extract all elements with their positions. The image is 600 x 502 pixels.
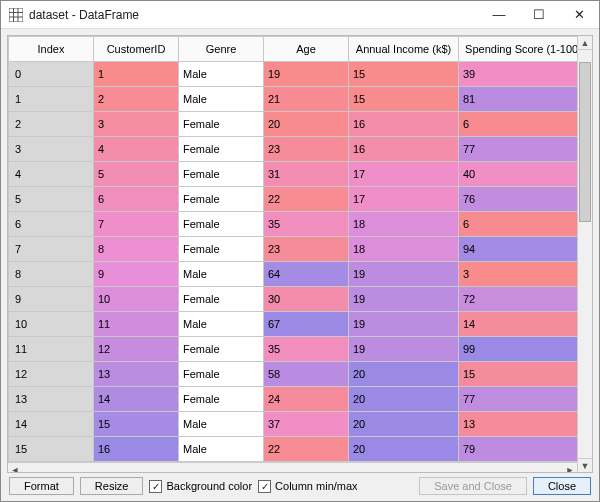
data-cell[interactable]: Male	[179, 62, 264, 87]
close-button[interactable]: Close	[533, 477, 591, 495]
chevron-left-icon[interactable]: ◄	[8, 463, 22, 472]
data-cell[interactable]: 76	[459, 187, 578, 212]
data-cell[interactable]: 15	[349, 87, 459, 112]
data-cell[interactable]: 20	[264, 112, 349, 137]
maximize-button[interactable]: ☐	[519, 1, 559, 29]
data-cell[interactable]: 77	[459, 387, 578, 412]
close-window-button[interactable]: ✕	[559, 1, 599, 29]
index-cell[interactable]: 13	[9, 387, 94, 412]
data-cell[interactable]: 19	[264, 62, 349, 87]
data-cell[interactable]: Female	[179, 237, 264, 262]
data-cell[interactable]: Female	[179, 362, 264, 387]
data-cell[interactable]: 7	[94, 212, 179, 237]
chevron-down-icon[interactable]: ▼	[578, 458, 592, 472]
data-cell[interactable]: 18	[349, 237, 459, 262]
data-cell[interactable]: 19	[349, 262, 459, 287]
index-cell[interactable]: 7	[9, 237, 94, 262]
data-cell[interactable]: 21	[264, 87, 349, 112]
data-cell[interactable]: Female	[179, 387, 264, 412]
data-cell[interactable]: 35	[264, 337, 349, 362]
data-cell[interactable]: Female	[179, 137, 264, 162]
chevron-up-icon[interactable]: ▲	[578, 36, 592, 50]
column-header[interactable]: Index	[9, 37, 94, 62]
data-cell[interactable]: 31	[264, 162, 349, 187]
index-cell[interactable]: 9	[9, 287, 94, 312]
data-cell[interactable]: 20	[349, 387, 459, 412]
data-cell[interactable]: Female	[179, 212, 264, 237]
data-cell[interactable]: 14	[94, 387, 179, 412]
data-cell[interactable]: 11	[94, 312, 179, 337]
data-cell[interactable]: 22	[264, 437, 349, 462]
scroll-thumb[interactable]	[579, 62, 591, 222]
index-cell[interactable]: 8	[9, 262, 94, 287]
index-cell[interactable]: 4	[9, 162, 94, 187]
data-cell[interactable]: Male	[179, 262, 264, 287]
index-cell[interactable]: 0	[9, 62, 94, 87]
data-cell[interactable]: 6	[459, 112, 578, 137]
data-cell[interactable]: 17	[349, 187, 459, 212]
data-cell[interactable]: 15	[349, 62, 459, 87]
bgcolor-checkbox[interactable]: ✓ Background color	[149, 480, 252, 493]
data-cell[interactable]: 1	[94, 62, 179, 87]
data-cell[interactable]: 99	[459, 337, 578, 362]
data-cell[interactable]: 6	[459, 212, 578, 237]
data-cell[interactable]: 58	[264, 362, 349, 387]
data-cell[interactable]: 6	[94, 187, 179, 212]
data-cell[interactable]: Male	[179, 312, 264, 337]
data-cell[interactable]: 19	[349, 312, 459, 337]
data-cell[interactable]: 5	[94, 162, 179, 187]
data-cell[interactable]: 15	[459, 362, 578, 387]
data-cell[interactable]: 10	[94, 287, 179, 312]
index-cell[interactable]: 10	[9, 312, 94, 337]
data-cell[interactable]: Male	[179, 87, 264, 112]
column-header[interactable]: Annual Income (k$)	[349, 37, 459, 62]
data-cell[interactable]: 67	[264, 312, 349, 337]
index-cell[interactable]: 5	[9, 187, 94, 212]
vertical-scrollbar[interactable]: ▲ ▼	[577, 36, 592, 472]
data-cell[interactable]: 39	[459, 62, 578, 87]
data-cell[interactable]: 2	[94, 87, 179, 112]
data-cell[interactable]: 30	[264, 287, 349, 312]
data-cell[interactable]: 24	[264, 387, 349, 412]
data-cell[interactable]: 20	[349, 412, 459, 437]
data-cell[interactable]: 79	[459, 437, 578, 462]
index-cell[interactable]: 11	[9, 337, 94, 362]
data-cell[interactable]: 72	[459, 287, 578, 312]
data-cell[interactable]: 14	[459, 312, 578, 337]
data-cell[interactable]: Female	[179, 187, 264, 212]
data-cell[interactable]: 13	[94, 362, 179, 387]
minimize-button[interactable]: —	[479, 1, 519, 29]
data-cell[interactable]: 20	[349, 362, 459, 387]
data-cell[interactable]: 94	[459, 237, 578, 262]
data-cell[interactable]: 37	[264, 412, 349, 437]
data-cell[interactable]: 81	[459, 87, 578, 112]
data-cell[interactable]: 3	[459, 262, 578, 287]
column-header[interactable]: CustomerID	[94, 37, 179, 62]
data-cell[interactable]: 77	[459, 137, 578, 162]
index-cell[interactable]: 12	[9, 362, 94, 387]
data-cell[interactable]: 19	[349, 337, 459, 362]
data-cell[interactable]: 8	[94, 237, 179, 262]
data-cell[interactable]: 3	[94, 112, 179, 137]
data-cell[interactable]: 23	[264, 137, 349, 162]
horizontal-scrollbar[interactable]: ◄ ►	[8, 462, 577, 472]
data-cell[interactable]: 9	[94, 262, 179, 287]
index-cell[interactable]: 2	[9, 112, 94, 137]
format-button[interactable]: Format	[9, 477, 74, 495]
index-cell[interactable]: 1	[9, 87, 94, 112]
data-cell[interactable]: 12	[94, 337, 179, 362]
data-cell[interactable]: 19	[349, 287, 459, 312]
index-cell[interactable]: 14	[9, 412, 94, 437]
resize-button[interactable]: Resize	[80, 477, 144, 495]
data-cell[interactable]: 20	[349, 437, 459, 462]
data-cell[interactable]: 35	[264, 212, 349, 237]
column-header[interactable]: Age	[264, 37, 349, 62]
data-cell[interactable]: 64	[264, 262, 349, 287]
data-cell[interactable]: Female	[179, 162, 264, 187]
data-cell[interactable]: 17	[349, 162, 459, 187]
data-cell[interactable]: Male	[179, 437, 264, 462]
data-cell[interactable]: 15	[94, 412, 179, 437]
index-cell[interactable]: 3	[9, 137, 94, 162]
data-cell[interactable]: 22	[264, 187, 349, 212]
chevron-right-icon[interactable]: ►	[563, 463, 577, 472]
